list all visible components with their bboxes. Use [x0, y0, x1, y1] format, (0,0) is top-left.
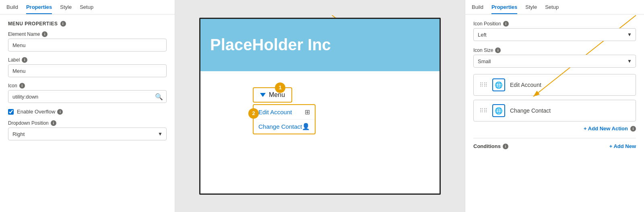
label-label: Label i	[8, 57, 167, 63]
element-name-input[interactable]	[8, 39, 167, 51]
canvas-body: 1 Menu 2 Edit Account ⊞ Change Contact	[200, 71, 440, 142]
left-panel: Build Properties Style Setup MENU PROPER…	[0, 0, 175, 212]
tab-build-right[interactable]: Build	[472, 4, 483, 14]
change-contact-action-icon: 🌐	[492, 104, 505, 117]
dropdown-list: 2 Edit Account ⊞ Change Contact 👤	[253, 104, 316, 134]
edit-account-drag-icon: ⠿⠿	[479, 82, 487, 88]
icon-position-info-icon[interactable]: i	[503, 21, 509, 27]
icon-size-label: Icon Size i	[473, 47, 636, 53]
add-new-action-row: + Add New Action i	[473, 126, 636, 132]
left-tab-bar: Build Properties Style Setup	[0, 0, 175, 14]
conditions-info-icon[interactable]: i	[503, 144, 508, 149]
add-new-action-button[interactable]: + Add New Action	[584, 126, 628, 132]
left-panel-content: MENU PROPERTIES i Element Name i Label i…	[0, 14, 175, 212]
icon-info-icon[interactable]: i	[19, 83, 25, 89]
right-panel: Build Properties Style Setup Icon Positi…	[465, 0, 644, 212]
add-new-action-info-icon[interactable]: i	[630, 126, 636, 132]
icon-input-wrapper: 🔍	[8, 90, 167, 103]
change-contact-action-label: Change Contact	[510, 107, 551, 114]
edit-account-action[interactable]: ⠿⠿ 🌐 Edit Account	[473, 74, 636, 96]
edit-account-action-icon: 🌐	[492, 78, 505, 91]
label-info-icon[interactable]: i	[22, 57, 27, 63]
tab-setup-right[interactable]: Setup	[545, 4, 559, 14]
icon-size-info-icon[interactable]: i	[495, 47, 501, 53]
canvas-header-title: PlaceHolder Inc	[210, 36, 331, 54]
change-contact-action[interactable]: ⠿⠿ 🌐 Change Contact	[473, 100, 636, 121]
icon-input[interactable]	[8, 94, 152, 100]
enable-overflow-row: Enable Overflow i	[8, 109, 167, 115]
icon-search-icon[interactable]: 🔍	[152, 93, 166, 101]
label-input[interactable]	[8, 64, 167, 77]
tab-style-right[interactable]: Style	[525, 4, 537, 14]
edit-account-action-label: Edit Account	[510, 82, 541, 88]
menu-properties-info-icon[interactable]: i	[60, 21, 66, 27]
element-name-info-icon[interactable]: i	[42, 31, 47, 37]
tab-build-left[interactable]: Build	[6, 4, 18, 14]
tab-properties-left[interactable]: Properties	[26, 4, 52, 14]
change-contact-drag-icon: ⠿⠿	[479, 107, 487, 114]
icon-size-select-wrapper: Small Medium Large ▼	[473, 55, 636, 68]
change-contact-icon: 👤	[302, 123, 310, 130]
menu-section: 1 Menu 2 Edit Account ⊞ Change Contact	[253, 87, 316, 134]
tab-setup-left[interactable]: Setup	[80, 4, 93, 14]
badge-1: 1	[275, 82, 285, 93]
center-canvas: PlaceHolder Inc 1 Menu 2 Edit Account ⊞	[175, 0, 465, 212]
icon-position-select-wrapper: Left Right None ▼	[473, 28, 636, 41]
icon-group: Icon i 🔍	[8, 83, 167, 103]
enable-overflow-checkbox[interactable]	[8, 109, 14, 115]
menu-button[interactable]: Menu	[253, 87, 292, 103]
dropdown-position-select[interactable]: Right Left Auto	[8, 128, 167, 140]
change-contact-item[interactable]: Change Contact 👤	[254, 119, 315, 134]
right-tab-bar: Build Properties Style Setup	[465, 0, 644, 14]
dropdown-position-group: Dropdown Position i Right Left Auto ▼	[8, 120, 167, 140]
edit-account-item[interactable]: Edit Account ⊞	[254, 105, 315, 119]
conditions-row: Conditions i + Add New	[473, 138, 636, 149]
label-group: Label i	[8, 57, 167, 77]
icon-size-group: Icon Size i Small Medium Large ▼	[473, 47, 636, 68]
add-new-condition-button[interactable]: + Add New	[609, 143, 636, 149]
element-name-label: Element Name i	[8, 31, 167, 37]
canvas-header: PlaceHolder Inc	[200, 19, 440, 71]
canvas-frame: PlaceHolder Inc 1 Menu 2 Edit Account ⊞	[199, 18, 441, 195]
icon-label: Icon i	[8, 83, 167, 89]
icon-position-select[interactable]: Left Right None	[473, 28, 636, 41]
right-panel-content: Icon Position i Left Right None ▼ Icon S…	[465, 14, 644, 212]
icon-position-label: Icon Position i	[473, 21, 636, 27]
dropdown-position-info-icon[interactable]: i	[51, 120, 56, 126]
element-name-group: Element Name i	[8, 31, 167, 51]
badge-2: 2	[248, 108, 259, 119]
dropdown-position-select-wrapper: Right Left Auto ▼	[8, 128, 167, 140]
icon-position-group: Icon Position i Left Right None ▼	[473, 21, 636, 41]
enable-overflow-label: Enable Overflow i	[17, 109, 63, 115]
dropdown-position-label: Dropdown Position i	[8, 120, 167, 126]
edit-account-icon: ⊞	[305, 108, 310, 116]
icon-size-select[interactable]: Small Medium Large	[473, 55, 636, 68]
enable-overflow-info-icon[interactable]: i	[57, 109, 63, 115]
menu-properties-title: MENU PROPERTIES i	[8, 21, 167, 27]
tab-properties-right[interactable]: Properties	[491, 4, 517, 14]
tab-style-left[interactable]: Style	[60, 4, 72, 14]
conditions-label: Conditions i	[473, 143, 508, 149]
menu-triangle-icon	[260, 93, 266, 97]
